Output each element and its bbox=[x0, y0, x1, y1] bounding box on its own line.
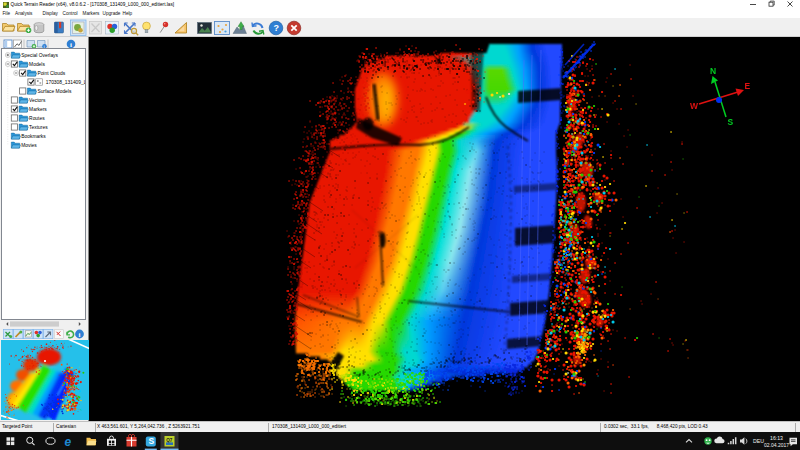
svg-text:Bookmarks: Bookmarks bbox=[21, 134, 46, 139]
svg-text:?: ? bbox=[274, 23, 280, 33]
svg-text:Routes: Routes bbox=[29, 116, 45, 121]
svg-text:i: i bbox=[70, 40, 72, 48]
svg-text:Models: Models bbox=[29, 62, 45, 67]
svg-text:E: E bbox=[745, 81, 751, 91]
svg-text:Point Clouds: Point Clouds bbox=[37, 71, 65, 76]
svg-text:S: S bbox=[148, 436, 154, 446]
svg-text:Surface Models: Surface Models bbox=[37, 89, 72, 94]
svg-text:Q7: Q7 bbox=[166, 438, 173, 443]
svg-text:S: S bbox=[728, 117, 734, 127]
svg-text:Markers: Markers bbox=[29, 107, 47, 112]
svg-text:DEU: DEU bbox=[753, 438, 764, 444]
svg-text:Vectors: Vectors bbox=[29, 98, 46, 103]
svg-text:W: W bbox=[690, 101, 699, 111]
svg-text:i: i bbox=[78, 330, 80, 338]
svg-text:N: N bbox=[710, 66, 716, 76]
svg-text:Movies: Movies bbox=[21, 143, 37, 148]
svg-text:170308_131409_L00: 170308_131409_L00 bbox=[46, 80, 85, 85]
svg-text:16:13: 16:13 bbox=[770, 435, 783, 441]
svg-text:Textures: Textures bbox=[29, 125, 48, 130]
svg-text:Special Overlays: Special Overlays bbox=[21, 53, 58, 58]
svg-text:e: e bbox=[65, 435, 72, 449]
svg-text:02.04.2017: 02.04.2017 bbox=[764, 442, 789, 448]
